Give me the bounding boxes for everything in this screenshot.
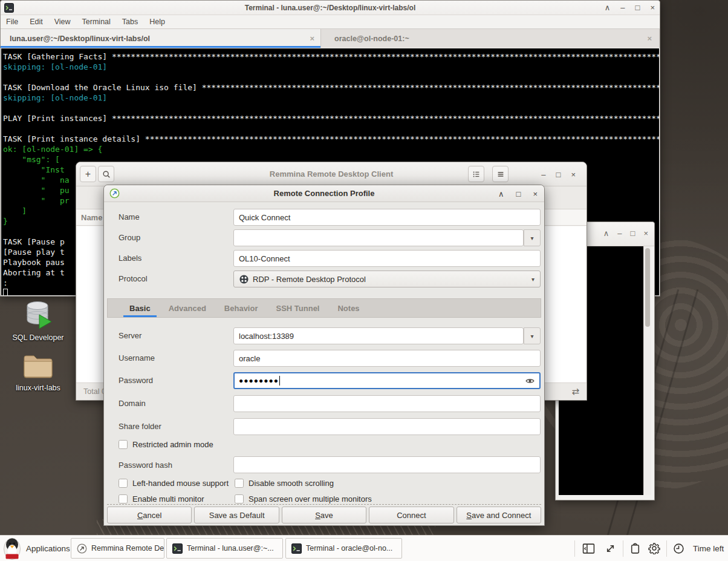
taskbar-button-terminal-oracle[interactable]: Terminal - oracle@ol-no...: [285, 538, 402, 559]
password-input[interactable]: ●●●●●●●●: [233, 372, 541, 389]
window-title: Terminal - luna.user@:~/Desktop/linux-vi…: [1, 4, 660, 12]
server-input[interactable]: localhost:13389: [233, 327, 524, 344]
close-tab-icon[interactable]: ×: [310, 34, 314, 43]
maximize-button[interactable]: □: [556, 170, 561, 179]
server-value: localhost:13389: [239, 332, 294, 341]
dialog-titlebar[interactable]: Remote Connection Profile ∧ □ ×: [104, 185, 544, 202]
protocol-value: RDP - Remote Desktop Protocol: [253, 275, 366, 284]
close-button[interactable]: ×: [643, 229, 648, 238]
name-input[interactable]: Quick Connect: [233, 209, 541, 226]
password-hash-input[interactable]: [233, 456, 541, 473]
labels-input[interactable]: OL10-Connect: [233, 250, 541, 267]
shade-button[interactable]: ∧: [605, 3, 611, 12]
oracle-linux-penguin-icon: [2, 537, 22, 560]
save-as-default-button[interactable]: Save as Default: [194, 507, 279, 523]
cancel-button[interactable]: Cancel: [107, 507, 192, 523]
domain-input[interactable]: [233, 395, 541, 412]
separator: [574, 540, 575, 557]
checkbox-label: Disable smooth scrolling: [249, 479, 334, 488]
shade-button[interactable]: ∧: [603, 229, 609, 238]
menu-terminal[interactable]: Terminal: [82, 18, 111, 26]
tab-oracle-node[interactable]: oracle@ol-node-01:~ ×: [321, 29, 660, 48]
checkbox-icon[interactable]: [119, 479, 128, 488]
scrollbar[interactable]: [643, 246, 651, 495]
terminal-menubar: File Edit View Terminal Tabs Help: [1, 15, 660, 28]
connect-button[interactable]: Connect: [369, 507, 453, 523]
menu-edit[interactable]: Edit: [30, 18, 43, 26]
tab-basic[interactable]: Basic: [120, 299, 160, 317]
shade-button[interactable]: ∧: [498, 189, 504, 198]
tab-advanced[interactable]: Advanced: [160, 299, 215, 317]
terminal-icon: [4, 3, 14, 13]
left-handed-mouse-checkbox[interactable]: Left-handed mouse support: [119, 479, 229, 488]
tab-ssh-tunnel[interactable]: SSH Tunnel: [267, 299, 328, 317]
menu-file[interactable]: File: [6, 18, 18, 26]
restricted-admin-mode-checkbox[interactable]: Restricted admin mode: [119, 440, 213, 449]
tab-luna-user[interactable]: luna.user@:~/Desktop/linux-virt-labs/ol …: [1, 29, 321, 48]
terminal-titlebar[interactable]: Terminal - luna.user@:~/Desktop/linux-vi…: [1, 1, 660, 15]
main-menu-button[interactable]: [492, 166, 509, 182]
span-screen-checkbox[interactable]: Span screen over multiple monitors: [235, 494, 372, 504]
enable-multi-monitor-checkbox[interactable]: Enable multi monitor: [119, 494, 204, 504]
password-value: ●●●●●●●●: [239, 376, 279, 385]
diagonal-resize-icon: [605, 543, 616, 554]
close-button[interactable]: ×: [533, 189, 538, 198]
tab-notes[interactable]: Notes: [328, 299, 368, 317]
taskbar-button-terminal-luna[interactable]: Terminal - luna.user@:~...: [166, 538, 283, 559]
view-mode-button[interactable]: [468, 166, 484, 182]
name-value: Quick Connect: [239, 213, 290, 222]
username-input[interactable]: oracle: [233, 350, 541, 367]
save-button[interactable]: Save: [282, 507, 366, 523]
resize-handle-icon[interactable]: ⇄: [571, 386, 579, 397]
scrollbar-thumb[interactable]: [645, 248, 650, 327]
disable-smooth-scrolling-checkbox[interactable]: Disable smooth scrolling: [235, 479, 334, 488]
protocol-label: Protocol: [119, 274, 148, 283]
terminal-icon: [291, 543, 302, 554]
clipboard-button[interactable]: [630, 543, 640, 557]
clock-icon: [673, 543, 684, 554]
terminal-line: [3, 103, 659, 113]
time-left-plugin[interactable]: [673, 543, 684, 557]
minimize-button[interactable]: –: [617, 229, 622, 238]
applications-menu-button[interactable]: Applications ≡: [2, 537, 78, 560]
checkbox-icon[interactable]: [235, 494, 244, 504]
username-label: Username: [119, 353, 155, 363]
terminal-line: [3, 123, 659, 134]
maximize-button[interactable]: □: [631, 229, 635, 238]
close-button[interactable]: ×: [571, 170, 576, 179]
menu-help[interactable]: Help: [149, 18, 165, 26]
taskbar-button-remmina[interactable]: Remmina Remote Desk...: [71, 538, 164, 559]
remmina-headerbar[interactable]: + Remmina Remote Desktop Client – □ ×: [76, 162, 587, 186]
checkbox-icon[interactable]: [119, 440, 128, 449]
checkbox-label: Left-handed mouse support: [132, 479, 229, 488]
taskbar-button-label: Terminal - luna.user@:~...: [187, 544, 274, 553]
menu-tabs[interactable]: Tabs: [122, 18, 138, 26]
group-label: Group: [119, 233, 140, 242]
checkbox-icon[interactable]: [119, 494, 128, 504]
remote-connection-profile-dialog: Remote Connection Profile ∧ □ × Name Qui…: [103, 185, 545, 526]
minimize-button[interactable]: –: [620, 3, 625, 12]
desktop-icon-sql-developer[interactable]: SQL Developer: [11, 300, 65, 343]
group-input[interactable]: [233, 229, 524, 246]
save-and-connect-button[interactable]: Save and Connect: [457, 507, 541, 523]
maximize-button[interactable]: □: [516, 189, 521, 198]
tab-behavior[interactable]: Behavior: [215, 299, 267, 317]
minimize-button[interactable]: –: [541, 170, 545, 179]
separator: [623, 540, 623, 557]
protocol-dropdown[interactable]: RDP - Remote Desktop Protocol ▾: [233, 271, 541, 287]
close-tab-icon[interactable]: ×: [647, 34, 652, 43]
server-dropdown-button[interactable]: ▾: [524, 327, 541, 344]
menu-view[interactable]: View: [54, 18, 71, 26]
expand-button[interactable]: [605, 543, 616, 557]
settings-button[interactable]: [648, 542, 660, 557]
share-folder-input[interactable]: [233, 418, 541, 435]
show-desktop-panel-button[interactable]: [582, 543, 595, 557]
desktop-icon-label: linux-virt-labs: [11, 384, 65, 393]
applications-label: Applications: [26, 544, 70, 553]
close-button[interactable]: ×: [650, 3, 655, 12]
group-dropdown-button[interactable]: ▾: [524, 229, 541, 246]
maximize-button[interactable]: □: [635, 3, 640, 12]
checkbox-icon[interactable]: [235, 479, 244, 488]
show-password-eye-icon[interactable]: [525, 376, 535, 386]
desktop-icon-linux-virt-labs[interactable]: linux-virt-labs: [11, 353, 65, 393]
